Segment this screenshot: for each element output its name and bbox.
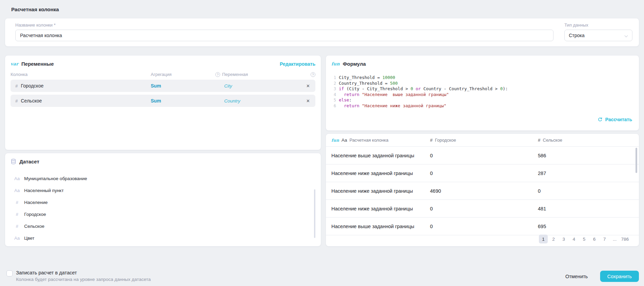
dataset-scrollbar[interactable] — [314, 189, 315, 238]
remove-variable-button[interactable]: ✕ — [305, 82, 311, 90]
line-number: 5 — [331, 97, 336, 103]
preview-column-header: #Городское — [430, 138, 538, 143]
dataset-fields-list: Aa Муниципальное образование Aa Населенн… — [11, 173, 315, 244]
preview-cell: Население ниже заданной границы — [331, 188, 430, 194]
preview-table-body: Население выше заданной границы0586 Насе… — [326, 147, 639, 235]
variable-aggregation[interactable]: Sum — [151, 98, 215, 104]
preview-column-label: Городское — [435, 138, 456, 143]
preview-cell: Население ниже заданной границы — [331, 206, 430, 211]
cancel-button[interactable]: Отменить — [562, 272, 591, 281]
column-name-label: Название колонки * — [15, 22, 554, 28]
dataset-field[interactable]: # Население — [11, 196, 315, 208]
dataset-field[interactable]: # Городское — [11, 208, 315, 220]
dataset-panel: Датасет Aa Муниципальное образование Aa … — [5, 153, 321, 247]
preview-cell: Население выше заданной границы — [331, 224, 430, 229]
number-type-icon: # — [13, 200, 21, 205]
preview-table-row: Население выше заданной границы0695 — [326, 218, 639, 235]
pagination-page-button[interactable]: 3 — [559, 235, 568, 243]
preview-cell: Население выше заданной границы — [331, 153, 430, 158]
pagination-page-button[interactable]: 1 — [539, 235, 548, 243]
checkbox-label[interactable]: Записать расчет в датасет — [16, 270, 151, 275]
write-to-dataset-option: Записать расчет в датасет Колонка будет … — [6, 270, 151, 282]
preview-column-label: Сельское — [543, 138, 562, 143]
dataset-field-name: Цвет — [24, 236, 34, 241]
dataset-field[interactable]: # Сельское — [11, 220, 315, 232]
preview-column-label: Расчетная колонка — [349, 138, 389, 143]
dataset-field-name: Населенный пункт — [24, 188, 64, 193]
dataset-title: Датасет — [19, 159, 39, 164]
variable-column-name: Городское — [21, 83, 44, 89]
variables-title: Переменные — [21, 61, 54, 67]
preview-cell: 287 — [538, 171, 633, 176]
edit-variables-link[interactable]: Редактировать — [280, 61, 315, 67]
preview-cell: Население ниже заданной границы — [331, 171, 430, 176]
variables-table-body: # Городское Sum City ✕ # Сельское Sum Co… — [11, 80, 315, 107]
variable-name[interactable]: Country — [215, 98, 305, 104]
number-type-icon: # — [15, 83, 18, 89]
pagination-page-button[interactable]: 5 — [580, 235, 589, 243]
variable-column-name: Сельское — [21, 98, 42, 104]
checkbox-hint: Колонка будет рассчитана на уровне запро… — [16, 277, 151, 282]
dataset-field-name: Муниципальное образование — [24, 176, 87, 181]
variables-table-header: Колонка Агрегация ? Переменная ? — [11, 72, 315, 77]
preview-column-header: funAaРасчетная колонка — [331, 138, 430, 143]
preview-cell: 586 — [538, 153, 633, 158]
preview-table-row: Население ниже заданной границы46900 — [326, 182, 639, 200]
preview-cell: 0 — [430, 171, 538, 176]
code-line: 2Country_Threshold = 500 — [331, 81, 633, 86]
pagination-page-button[interactable]: 786 — [621, 235, 629, 243]
data-type-label: Тип данных — [564, 22, 632, 28]
variable-row: # Городское Sum City ✕ — [11, 80, 315, 92]
help-icon[interactable]: ? — [311, 72, 315, 77]
preview-table-header: funAaРасчетная колонка #Городское #Сельс… — [326, 134, 639, 147]
code-line: 1City_Threshold = 10000 — [331, 75, 633, 81]
preview-column-header: #Сельское — [538, 138, 633, 143]
write-to-dataset-checkbox[interactable] — [6, 270, 13, 276]
calculate-button[interactable]: Рассчитать — [598, 117, 632, 122]
remove-variable-button[interactable]: ✕ — [305, 97, 311, 105]
string-type-icon: Aa — [13, 188, 21, 193]
line-number: 4 — [331, 92, 336, 98]
pagination-page-button[interactable]: 6 — [590, 235, 599, 243]
save-button[interactable]: Сохранить — [600, 271, 639, 282]
dataset-field-name: Население — [24, 200, 48, 205]
variable-aggregation[interactable]: Sum — [151, 83, 215, 89]
preview-table-panel: funAaРасчетная колонка #Городское #Сельс… — [326, 133, 639, 247]
string-type-icon: Aa — [342, 138, 347, 143]
dataset-field-name: Сельское — [24, 224, 45, 229]
number-type-icon: # — [430, 138, 433, 143]
data-type-select[interactable]: Строка — [564, 30, 632, 41]
fun-icon: fun — [331, 61, 340, 66]
code-line: 3if (City - City_Threshold > 0 or Countr… — [331, 86, 633, 92]
help-icon[interactable]: ? — [215, 72, 220, 77]
preview-table-row: Население ниже заданной границы0481 — [326, 200, 639, 218]
pagination-page-button[interactable]: 7 — [600, 235, 609, 243]
preview-cell: 695 — [538, 224, 633, 229]
formula-title: Формула — [343, 61, 366, 67]
preview-scrollbar[interactable] — [635, 148, 637, 173]
pagination-page-button[interactable]: 2 — [549, 235, 558, 243]
calculated-column-page: Расчетная колонка Название колонки * Тип… — [0, 0, 644, 286]
pagination-page-button[interactable]: 4 — [569, 235, 578, 243]
preview-cell: 481 — [538, 206, 633, 211]
dataset-field-name: Городское — [24, 212, 46, 217]
preview-table-row: Население ниже заданной границы0287 — [326, 164, 639, 182]
preview-cell: 4690 — [430, 188, 538, 194]
preview-cell: 0 — [538, 188, 633, 194]
line-number: 1 — [331, 75, 336, 81]
fun-icon: fun — [331, 138, 339, 143]
formula-code[interactable]: 1City_Threshold = 10000 2Country_Thresho… — [331, 75, 633, 109]
dataset-field[interactable]: Aa Населенный пункт — [11, 185, 315, 196]
formula-panel: fun Формула 1City_Threshold = 10000 2Cou… — [326, 55, 639, 131]
refresh-icon — [598, 117, 602, 122]
number-type-icon: # — [13, 212, 21, 217]
dataset-field[interactable]: Aa Муниципальное образование — [11, 173, 315, 185]
number-type-icon: # — [538, 138, 541, 143]
code-line: 4 return "Население выше заданной границ… — [331, 92, 633, 98]
dataset-field[interactable]: Aa Цвет — [11, 232, 315, 244]
page-title: Расчетная колонка — [11, 6, 59, 12]
data-type-group: Тип данных Строка — [564, 22, 632, 41]
column-name-input[interactable] — [15, 30, 554, 41]
variable-row: # Сельское Sum Country ✕ — [11, 95, 315, 107]
variable-name[interactable]: City — [215, 83, 305, 89]
